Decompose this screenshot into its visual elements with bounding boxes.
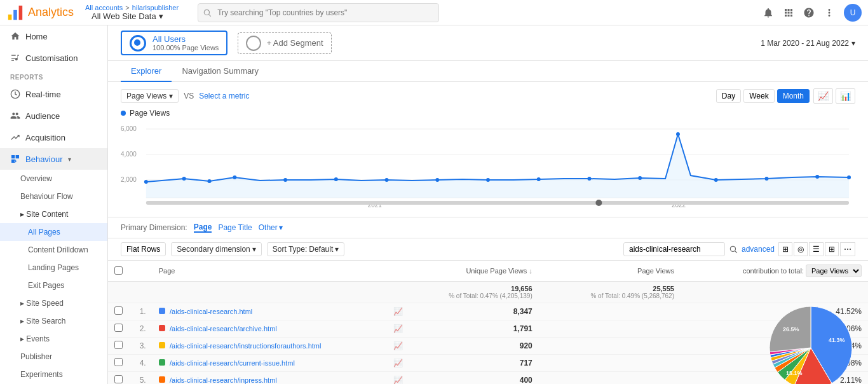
row-page-views (552, 372, 681, 385)
more-view-btn[interactable]: ⋯ (840, 242, 855, 256)
pd-page[interactable]: Page (194, 223, 212, 233)
property-selector[interactable]: All Web Site Data ▾ (92, 11, 179, 21)
page-link[interactable]: /aids-clinical-research/inpress.html (170, 376, 277, 384)
sidebar-sub-experiments[interactable]: Experiments (0, 366, 107, 383)
sort-type-btn[interactable]: Sort Type: Default ▾ (267, 242, 345, 256)
sidebar-sub-overview[interactable]: Overview (0, 170, 107, 188)
grid-view-btn[interactable]: ⊞ (778, 242, 792, 256)
svg-text:15.1%: 15.1% (786, 370, 803, 376)
page-link[interactable]: /aids-clinical-research/archive.html (170, 325, 277, 333)
row-unique-views: 1,791 (409, 320, 538, 338)
table-controls-right: advanced ⊞ ◎ ☰ ⊞ ⋯ (623, 242, 855, 256)
svg-point-19 (233, 175, 236, 179)
row-checkbox[interactable] (114, 358, 123, 366)
advanced-link[interactable]: advanced (742, 245, 775, 254)
metric-select: Page Views ▾ VS Select a metric (121, 89, 250, 103)
add-segment-btn[interactable]: + Add Segment (238, 32, 331, 54)
contribution-select[interactable]: Page Views (806, 264, 862, 277)
line-chart-btn[interactable]: 📈 (813, 88, 833, 104)
row-checkbox[interactable] (114, 375, 123, 383)
sidebar-item-customisation[interactable]: Customisation (0, 47, 107, 69)
row-num: 5. (129, 372, 153, 385)
flat-rows-btn[interactable]: Flat Rows (121, 242, 166, 256)
tab-navigation-summary[interactable]: Navigation Summary (172, 61, 269, 82)
publisher-link[interactable]: hilarispublisher (132, 4, 179, 11)
th-num (129, 261, 153, 282)
sidebar-sub-landing-pages[interactable]: Landing Pages (0, 259, 107, 277)
apps-icon[interactable] (783, 7, 794, 18)
sidebar-sub-events[interactable]: ▸ Events (0, 330, 107, 348)
chart-controls: Page Views ▾ VS Select a metric Day Week… (121, 88, 855, 104)
tab-explorer[interactable]: Explorer (121, 61, 172, 82)
table-search-input[interactable] (623, 242, 725, 256)
help-icon[interactable] (803, 7, 815, 18)
row-num: 3. (129, 338, 153, 355)
svg-text:26.5%: 26.5% (783, 326, 799, 333)
row-sparkline[interactable]: 📈 (387, 372, 409, 385)
page-link[interactable]: /aids-clinical-research/current-issue.ht… (170, 359, 295, 367)
pd-other[interactable]: Other ▾ (259, 223, 283, 232)
sidebar-sub-behaviour-flow[interactable]: Behaviour Flow (0, 188, 107, 205)
search-wrap (198, 3, 439, 22)
sidebar-item-acquisition[interactable]: Acquisition (0, 127, 107, 148)
table-row: 5. /aids-clinical-research/inpress.html … (108, 372, 868, 385)
month-btn[interactable]: Month (777, 89, 810, 103)
table-search-icon[interactable] (729, 245, 738, 254)
sidebar-sub-site-search[interactable]: ▸ Site Search (0, 312, 107, 330)
more-vert-icon[interactable] (824, 7, 835, 18)
list-view-btn[interactable]: ☰ (809, 242, 824, 256)
bar-chart-btn[interactable]: 📊 (836, 88, 855, 104)
row-unique-views: 400 (409, 372, 538, 385)
all-accounts-link[interactable]: All accounts (85, 4, 123, 11)
pivot-view-btn[interactable]: ⊞ (825, 242, 839, 256)
row-checkbox[interactable] (114, 341, 123, 349)
sidebar-item-realtime[interactable]: Real-time (0, 83, 107, 105)
th-unique-page-views[interactable]: Unique Page Views ↓ (409, 261, 538, 282)
svg-point-31 (815, 175, 819, 179)
sidebar-item-audience[interactable]: Audience (0, 105, 107, 127)
notifications-icon[interactable] (763, 7, 774, 18)
svg-text:2,000: 2,000 (121, 176, 137, 183)
sidebar-sub-all-pages[interactable]: All Pages (0, 223, 107, 241)
svg-rect-0 (8, 14, 12, 19)
th-page-views[interactable]: Page Views (552, 261, 681, 282)
row-sparkline[interactable]: 📈 (387, 303, 409, 320)
page-link[interactable]: /aids-clinical-research/instructionsfora… (170, 342, 321, 350)
metric-dropdown[interactable]: Page Views ▾ (121, 89, 179, 103)
th-page[interactable]: Page (153, 261, 388, 282)
sidebar-sub-site-speed[interactable]: ▸ Site Speed (0, 294, 107, 312)
sidebar-sub-publisher[interactable]: Publisher (0, 348, 107, 366)
circle-view-btn[interactable]: ◎ (794, 242, 808, 256)
date-range-picker[interactable]: 1 Mar 2020 - 21 Aug 2022 ▾ (761, 39, 855, 48)
total-page-views: 25,555 % of Total: 0.49% (5,268,762) (552, 282, 681, 303)
svg-point-21 (334, 177, 338, 181)
svg-point-32 (847, 175, 851, 179)
svg-point-28 (676, 132, 680, 136)
sidebar-sub-content-drilldown[interactable]: Content Drilldown (0, 241, 107, 259)
day-btn[interactable]: Day (716, 89, 741, 103)
row-sparkline[interactable]: 📈 (387, 355, 409, 372)
row-sparkline[interactable]: 📈 (387, 338, 409, 355)
row-checkbox[interactable] (114, 324, 123, 332)
select-all-checkbox[interactable] (114, 266, 123, 275)
svg-point-3 (204, 10, 209, 15)
sidebar-sub-exit-pages[interactable]: Exit Pages (0, 277, 107, 294)
sidebar-sub-site-content[interactable]: ▸ Site Content (0, 205, 107, 223)
search-input[interactable] (198, 3, 439, 22)
table-container: Page Unique Page Views ↓ Page Views cont… (108, 261, 868, 384)
row-checkbox[interactable] (114, 306, 123, 315)
row-num: 1. (129, 303, 153, 320)
search-icon (203, 8, 212, 17)
sidebar-item-home[interactable]: Home (0, 25, 107, 47)
secondary-dimension-btn[interactable]: Secondary dimension ▾ (171, 242, 261, 256)
avatar[interactable]: U (844, 4, 862, 22)
all-users-segment[interactable]: All Users 100.00% Page Views (121, 31, 227, 55)
row-sparkline[interactable]: 📈 (387, 320, 409, 338)
pd-page-title[interactable]: Page Title (218, 223, 252, 232)
select-metric-link[interactable]: Select a metric (199, 92, 249, 100)
page-link[interactable]: /aids-clinical-research.html (170, 308, 252, 315)
account-info: All accounts > hilarispublisher All Web … (85, 4, 179, 21)
week-btn[interactable]: Week (743, 89, 774, 103)
th-checkbox (108, 261, 129, 282)
sidebar-item-behaviour[interactable]: Behaviour ▾ (0, 148, 107, 170)
